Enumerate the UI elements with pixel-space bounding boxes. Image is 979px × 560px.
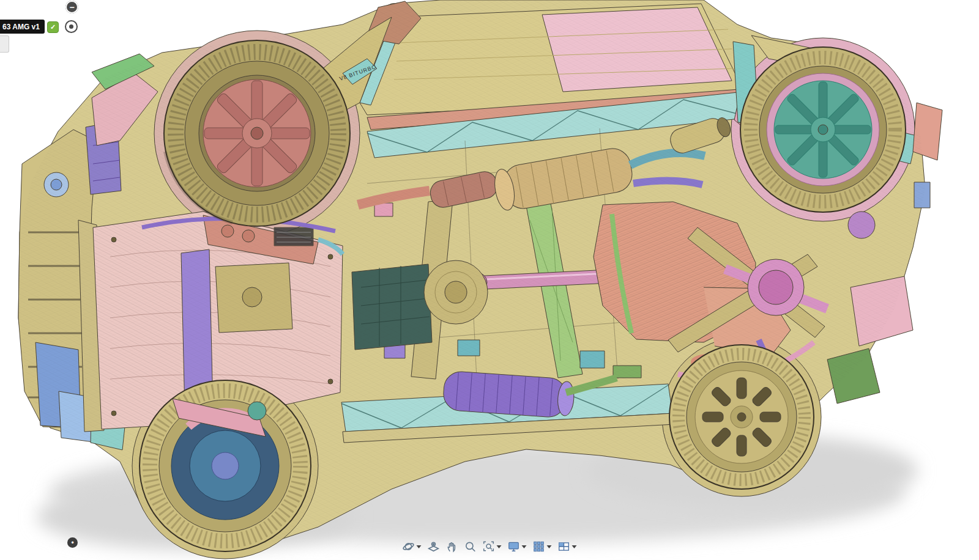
- fit-button[interactable]: [482, 539, 503, 554]
- zoom-magnifier-icon: [464, 540, 477, 553]
- document-label: 63 AMG v1: [0, 20, 45, 34]
- pan-button[interactable]: [445, 539, 460, 554]
- wheel-front-left: [164, 40, 350, 226]
- display-dropdown-caret[interactable]: [522, 545, 527, 548]
- orbit-button[interactable]: [401, 539, 423, 554]
- eye-pupil-icon: [69, 24, 73, 29]
- pan-hand-icon: [446, 540, 458, 553]
- orbit-icon: [403, 540, 415, 553]
- minus-icon: −: [69, 2, 74, 12]
- grid-snaps-button[interactable]: [532, 539, 553, 554]
- car-model-canvas: V8 BITURBO: [0, 0, 979, 560]
- viewports-button[interactable]: [557, 539, 578, 554]
- browser-collapse-button[interactable]: −: [65, 1, 78, 13]
- fit-dropdown-caret[interactable]: [497, 545, 502, 548]
- display-settings-monitor-icon: [508, 540, 520, 553]
- grid-icon: [533, 540, 545, 553]
- viewports-dropdown-caret[interactable]: [572, 545, 577, 548]
- viewport-3d[interactable]: V8 BITURBO: [0, 0, 979, 560]
- steering-knuckle: [248, 402, 266, 420]
- canvas-dot-button[interactable]: •: [67, 537, 78, 548]
- sync-status-icon[interactable]: ✓: [47, 21, 59, 33]
- visibility-toggle-icon[interactable]: [65, 20, 78, 33]
- wheel-rear-lower: [669, 345, 814, 489]
- document-label-text: 63 AMG v1: [2, 23, 40, 31]
- wheel-rear-right: [740, 47, 906, 212]
- wheel-front-lower: [140, 380, 311, 551]
- check-icon: ✓: [50, 23, 56, 31]
- look-at-button[interactable]: [426, 539, 441, 554]
- zoom-button[interactable]: [463, 539, 478, 554]
- navigation-toolbar: [401, 539, 578, 554]
- dot-icon: •: [71, 539, 73, 547]
- grid-dropdown-caret[interactable]: [547, 545, 552, 548]
- panel-edge-tab[interactable]: [0, 35, 9, 53]
- orbit-dropdown-caret[interactable]: [417, 545, 422, 548]
- zoom-window-fit-icon: [483, 540, 495, 553]
- display-settings-button[interactable]: [507, 539, 528, 554]
- look-at-icon: [428, 540, 440, 553]
- viewports-icon: [558, 540, 570, 553]
